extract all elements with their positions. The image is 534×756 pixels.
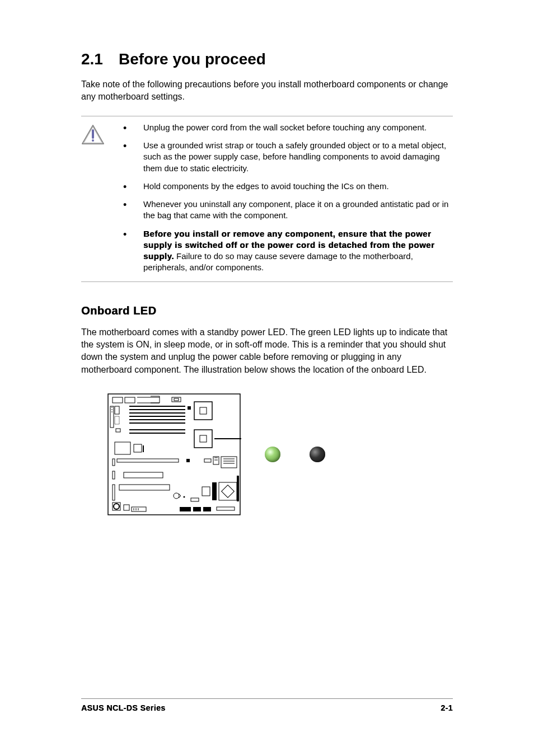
svg-rect-17 bbox=[200, 407, 207, 414]
caution-item-text: Unplug the power cord from the wall sock… bbox=[143, 122, 453, 133]
svg-rect-47 bbox=[113, 485, 115, 500]
svg-rect-3 bbox=[113, 397, 123, 403]
caution-item-text: Before you install or remove any compone… bbox=[143, 228, 453, 274]
caution-block: • Unplug the power cord from the wall so… bbox=[81, 116, 453, 282]
svg-rect-37 bbox=[204, 459, 211, 462]
caution-item-text: Use a grounded wrist strap or touch a sa… bbox=[143, 140, 453, 174]
bullet-icon: • bbox=[123, 122, 143, 133]
subsection-heading: Onboard LED bbox=[81, 304, 453, 317]
caution-item-text: Whenever you uninstall any component, pl… bbox=[143, 199, 453, 222]
svg-rect-53 bbox=[237, 476, 239, 501]
svg-rect-48 bbox=[119, 485, 170, 490]
caution-icon-wrapper bbox=[81, 122, 123, 276]
svg-point-58 bbox=[114, 504, 119, 509]
bullet-icon: • bbox=[123, 199, 143, 222]
intro-paragraph: Take note of the following precautions b… bbox=[81, 78, 453, 104]
bullet-icon: • bbox=[123, 140, 143, 174]
svg-rect-67 bbox=[217, 507, 235, 510]
svg-rect-54 bbox=[212, 482, 217, 500]
svg-rect-31 bbox=[115, 442, 130, 454]
bullet-icon: • bbox=[123, 228, 143, 274]
svg-point-50 bbox=[184, 496, 185, 498]
svg-rect-33 bbox=[143, 445, 144, 452]
caution-list: • Unplug the power cord from the wall so… bbox=[123, 122, 453, 276]
section-heading: 2.1Before you proceed bbox=[81, 50, 453, 68]
svg-rect-22 bbox=[115, 406, 119, 414]
svg-rect-64 bbox=[180, 507, 191, 511]
motherboard-diagram bbox=[107, 393, 241, 516]
caution-item: • Whenever you uninstall any component, … bbox=[123, 199, 453, 222]
svg-rect-65 bbox=[193, 507, 201, 511]
svg-rect-8 bbox=[174, 398, 179, 401]
svg-rect-36 bbox=[113, 459, 115, 466]
svg-rect-32 bbox=[134, 444, 142, 452]
caution-item: • Before you install or remove any compo… bbox=[123, 228, 453, 274]
svg-rect-66 bbox=[203, 507, 211, 511]
svg-rect-35 bbox=[186, 459, 190, 462]
svg-rect-15 bbox=[188, 406, 191, 410]
subsection-body: The motherboard comes with a standby pow… bbox=[81, 326, 453, 377]
section-title: Before you proceed bbox=[119, 50, 266, 68]
svg-rect-16 bbox=[194, 402, 212, 420]
svg-rect-7 bbox=[172, 397, 181, 402]
svg-rect-28 bbox=[200, 435, 207, 442]
page-footer: ASUS NCL-DS Series 2-1 bbox=[81, 698, 453, 712]
svg-rect-59 bbox=[124, 505, 129, 510]
caution-item-rest: Failure to do so may cause severe damage… bbox=[143, 251, 413, 272]
svg-point-1 bbox=[92, 139, 94, 142]
svg-rect-34 bbox=[117, 459, 179, 462]
caution-item-text: Hold components by the edges to avoid to… bbox=[143, 181, 453, 192]
svg-rect-24 bbox=[116, 429, 120, 432]
bullet-icon: • bbox=[123, 181, 143, 192]
caution-item: • Unplug the power cord from the wall so… bbox=[123, 122, 453, 133]
led-indicators bbox=[265, 447, 325, 462]
footer-left: ASUS NCL-DS Series bbox=[81, 703, 166, 712]
led-off-icon bbox=[310, 447, 325, 462]
caution-item: • Hold components by the edges to avoid … bbox=[123, 181, 453, 192]
svg-rect-56 bbox=[191, 498, 199, 501]
svg-rect-55 bbox=[202, 487, 210, 496]
svg-rect-52 bbox=[222, 485, 235, 498]
illustration-area bbox=[81, 393, 453, 516]
svg-rect-45 bbox=[113, 471, 115, 479]
svg-rect-27 bbox=[194, 430, 212, 448]
footer-right: 2-1 bbox=[441, 703, 453, 712]
svg-rect-46 bbox=[124, 472, 163, 478]
svg-point-49 bbox=[174, 493, 179, 499]
section-number: 2.1 bbox=[81, 50, 103, 68]
svg-rect-41 bbox=[221, 457, 237, 468]
led-on-icon bbox=[265, 447, 280, 462]
svg-rect-4 bbox=[125, 397, 135, 403]
caution-item: • Use a grounded wrist strap or touch a … bbox=[123, 140, 453, 174]
svg-rect-23 bbox=[115, 416, 119, 424]
caution-icon bbox=[81, 124, 105, 145]
